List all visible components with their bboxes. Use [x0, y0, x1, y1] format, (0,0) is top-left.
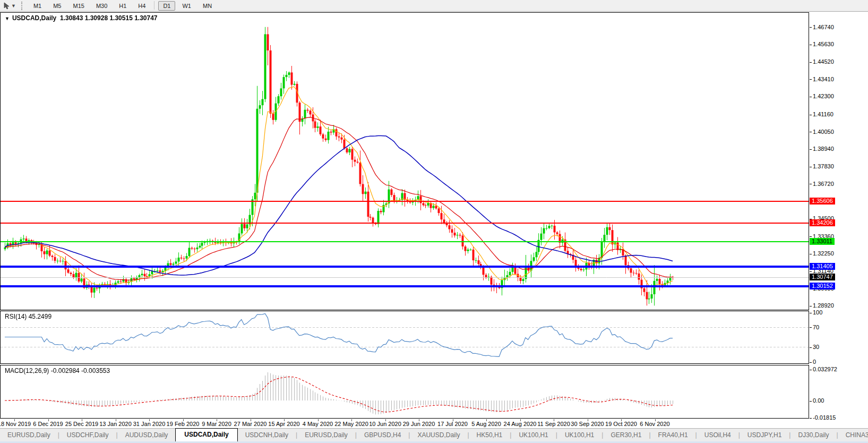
- timeframe-button-m1[interactable]: M1: [29, 1, 46, 11]
- date-label: 9 Mar 2020: [202, 421, 231, 427]
- chart-tab-usdcnh-daily[interactable]: USDCNH,Daily: [238, 429, 296, 441]
- price-tag-1.35606: 1.35606: [810, 198, 835, 205]
- price-tag-1.30152: 1.30152: [810, 283, 835, 289]
- price-chart-panel[interactable]: ▼USDCAD,Daily 1.30843 1.30928 1.30515 1.…: [0, 12, 809, 310]
- chart-tab-gbpusd-h4[interactable]: GBPUSD,H4: [357, 429, 408, 441]
- price-tag-1.30747: 1.30747: [810, 274, 835, 280]
- ohlc-high: 1.30928: [85, 14, 108, 22]
- date-label: 6 Dec 2019: [33, 421, 63, 427]
- date-label: 29 Jun 2020: [403, 421, 435, 427]
- rsi-tick: 0: [810, 359, 816, 365]
- macd-tick: 0.032972: [810, 366, 837, 372]
- chart-tab-china300-h1[interactable]: CHINA300,H1: [838, 429, 868, 441]
- date-label: 22 May 2020: [334, 421, 368, 427]
- rsi-chart: [1, 311, 809, 363]
- chart-tab-fra40-h1[interactable]: FRA40,H1: [651, 429, 695, 441]
- ohlc-open: 1.30843: [60, 14, 83, 22]
- timeframe-buttons: M1M5M15M30H1H4D1W1MN: [28, 1, 218, 11]
- chart-tab-usdjpy-h1[interactable]: USDJPY,H1: [740, 429, 789, 441]
- price-tick: 1.28920: [810, 302, 834, 309]
- chart-tab-usdcad-daily[interactable]: USDCAD,Daily: [175, 428, 237, 441]
- macd-panel[interactable]: MACD(12,26,9) -0.002984 -0.003553: [0, 365, 809, 419]
- price-tick: 1.41160: [810, 111, 833, 117]
- timeframe-button-m30[interactable]: M30: [91, 1, 112, 11]
- timeframe-toolbar: ▼ M1M5M15M30H1H4D1W1MN: [0, 0, 868, 12]
- date-label: 18 Nov 2019: [0, 421, 31, 427]
- chart-tab-ger30-h1[interactable]: GER30,H1: [603, 429, 649, 441]
- price-tag-1.33011: 1.33011: [810, 238, 835, 245]
- date-label: 15 Apr 2020: [268, 421, 299, 427]
- date-axis[interactable]: 18 Nov 20196 Dec 201925 Dec 201913 Jan 2…: [0, 419, 809, 428]
- timeframe-button-w1[interactable]: W1: [177, 1, 196, 11]
- toolbar-grip[interactable]: [21, 2, 23, 10]
- rsi-panel[interactable]: RSI(14) 45.2499: [0, 311, 809, 364]
- macd-label: MACD(12,26,9) -0.002984 -0.003553: [5, 367, 110, 374]
- date-label: 4 May 2020: [303, 421, 333, 427]
- price-tag-1.31405: 1.31405: [810, 263, 835, 270]
- collapse-triangle-icon[interactable]: ▼: [5, 16, 10, 21]
- trading-terminal: ▼ M1M5M15M30H1H4D1W1MN ▼USDCAD,Daily 1.3…: [0, 0, 868, 443]
- ohlc-low: 1.30515: [109, 14, 132, 22]
- timeframe-button-mn[interactable]: MN: [198, 1, 217, 11]
- date-label: 17 Jul 2020: [437, 421, 468, 427]
- date-label: 10 Jun 2020: [369, 421, 401, 427]
- rsi-value: 45.2499: [29, 313, 51, 320]
- date-label: 19 Oct 2020: [605, 421, 637, 427]
- price-tag-1.34206: 1.34206: [810, 219, 835, 226]
- timeframe-button-m15[interactable]: M15: [68, 1, 89, 11]
- price-tick: 1.38940: [810, 146, 834, 152]
- chart-title: ▼USDCAD,Daily 1.30843 1.30928 1.30515 1.…: [5, 14, 158, 22]
- date-label: 19 Feb 2020: [167, 421, 200, 427]
- ohlc-close: 1.30747: [134, 14, 157, 22]
- rsi-tick: 100: [810, 309, 822, 316]
- chart-tab-xauusd-daily[interactable]: XAUUSD,Daily: [410, 429, 467, 441]
- dropdown-caret-icon[interactable]: ▼: [11, 3, 16, 8]
- chart-tab-uk100-h1[interactable]: UK100,H1: [557, 429, 601, 441]
- chart-tab-audusd-daily[interactable]: AUDUSD,Daily: [118, 429, 176, 441]
- date-label: 5 Aug 2020: [471, 421, 501, 427]
- rsi-tick: 30: [810, 344, 819, 350]
- rsi-tick: 70: [810, 324, 819, 330]
- date-label: 31 Jan 2020: [133, 421, 166, 427]
- date-label: 30 Sep 2020: [571, 421, 604, 427]
- price-tick: 1.36720: [810, 181, 834, 187]
- price-tick: 1.40050: [810, 129, 834, 135]
- chart-symbol: USDCAD,Daily: [12, 14, 56, 22]
- chart-tab-eurusd-daily[interactable]: EURUSD,Daily: [297, 429, 355, 441]
- price-tick: 1.43410: [810, 76, 834, 82]
- pointer-tool-icon[interactable]: [3, 2, 10, 10]
- price-axis[interactable]: 1.467401.456301.445201.434101.423001.411…: [810, 12, 868, 419]
- price-tick: 1.46740: [810, 24, 834, 30]
- date-label: 27 Mar 2020: [234, 421, 267, 427]
- timeframe-button-h1[interactable]: H1: [114, 1, 131, 11]
- macd-tick: -0.01815: [810, 414, 836, 421]
- timeframe-button-h4[interactable]: H4: [133, 1, 150, 11]
- price-tick: 1.44520: [810, 58, 834, 65]
- chart-tab-uk100-h1[interactable]: UK100,H1: [511, 429, 555, 441]
- macd-signal-value: -0.003553: [81, 367, 110, 374]
- symbol-tab-bar: EURUSD,Daily|USDCHF,Daily|AUDUSD,DailyUS…: [0, 428, 868, 441]
- chart-tab-dj30-daily[interactable]: DJ30,Daily: [790, 429, 836, 441]
- chart-tab-hk50-h1[interactable]: HK50,H1: [469, 429, 510, 441]
- macd-value: -0.002984: [51, 367, 80, 374]
- macd-chart: [1, 365, 809, 418]
- price-tick: 1.32250: [810, 250, 834, 257]
- chart-tab-usoil-h4[interactable]: USOil,H4: [697, 429, 738, 441]
- rsi-label: RSI(14) 45.2499: [5, 313, 51, 320]
- date-label: 6 Nov 2020: [640, 421, 669, 427]
- date-label: 11 Sep 2020: [537, 421, 570, 427]
- date-label: 13 Jan 2020: [99, 421, 132, 427]
- chart-tab-eurusd-daily[interactable]: EURUSD,Daily: [0, 429, 58, 441]
- timeframe-button-m5[interactable]: M5: [48, 1, 66, 11]
- price-tick: 1.42300: [810, 93, 834, 99]
- date-label: 25 Dec 2019: [65, 421, 98, 427]
- macd-tick: 0.00: [810, 397, 824, 404]
- date-label: 24 Aug 2020: [504, 421, 537, 427]
- chart-tab-usdchf-daily[interactable]: USDCHF,Daily: [59, 429, 116, 441]
- price-tick: 1.45630: [810, 41, 834, 47]
- toolbar-separator: [154, 1, 154, 10]
- candlestick-chart[interactable]: [1, 13, 809, 310]
- price-tick: 1.37830: [810, 163, 834, 169]
- timeframe-button-d1[interactable]: D1: [158, 1, 175, 11]
